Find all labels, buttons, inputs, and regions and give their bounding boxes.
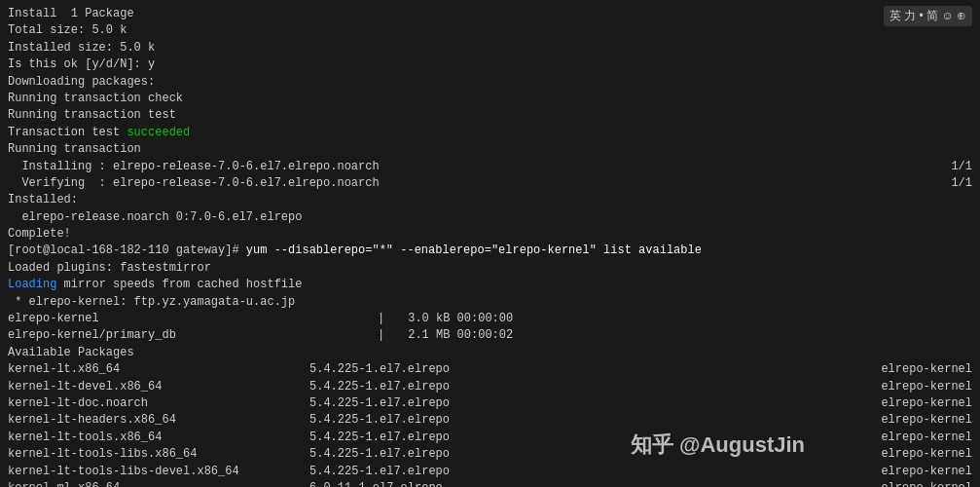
line: Installed: [8, 192, 972, 208]
line: Install 1 Package [8, 6, 972, 22]
top-bar: 英 力 • 简 ☺ ⊕ [884, 6, 972, 26]
line: * elrepo-kernel: ftp.yz.yamagata-u.ac.jp [8, 294, 972, 311]
line: kernel-lt-devel.x86_645.4.225-1.el7.elre… [8, 379, 972, 395]
line: Running transaction test [8, 107, 972, 124]
line: Total size: 5.0 k [8, 22, 972, 39]
watermark: 知乎 @AugustJin [631, 431, 805, 460]
line: kernel-lt.x86_645.4.225-1.el7.elrepoelre… [8, 361, 972, 378]
line: kernel-ml.x86_646.0.11-1.el7.elrepoelrep… [8, 480, 972, 487]
line: kernel-lt-tools-libs-devel.x86_645.4.225… [8, 464, 972, 480]
line: Running transaction [8, 141, 972, 158]
line: Running transaction check [8, 91, 972, 107]
line: elrepo-kernel| 3.0 kB 00:00:00 [8, 311, 972, 327]
line: kernel-lt-doc.noarch5.4.225-1.el7.elrepo… [8, 395, 972, 412]
line: Installed size: 5.0 k [8, 40, 972, 56]
line: Loading mirror speeds from cached hostfi… [8, 277, 972, 293]
line: Installing : elrepo-release-7.0-6.el7.el… [8, 159, 972, 175]
line: kernel-lt-tools-libs.x86_645.4.225-1.el7… [8, 446, 972, 463]
line: elrepo-release.noarch 0:7.0-6.el7.elrepo [8, 209, 972, 226]
line: Transaction test succeeded [8, 125, 972, 141]
line: Loaded plugins: fastestmirror [8, 260, 972, 277]
line: [root@local-168-182-110 gateway]# yum --… [8, 243, 972, 259]
line: Complete! [8, 226, 972, 243]
terminal-content: Install 1 PackageTotal size: 5.0 kInstal… [8, 6, 972, 487]
line: elrepo-kernel/primary_db| 2.1 MB 00:00:0… [8, 327, 972, 344]
line: Downloading packages: [8, 74, 972, 91]
line: kernel-lt-headers.x86_645.4.225-1.el7.el… [8, 412, 972, 429]
line: Available Packages [8, 345, 972, 361]
line: Is this ok [y/d/N]: y [8, 56, 972, 73]
line: Verifying : elrepo-release-7.0-6.el7.elr… [8, 175, 972, 192]
terminal: 英 力 • 简 ☺ ⊕ Install 1 PackageTotal size:… [0, 0, 980, 487]
line: kernel-lt-tools.x86_645.4.225-1.el7.elre… [8, 430, 972, 446]
